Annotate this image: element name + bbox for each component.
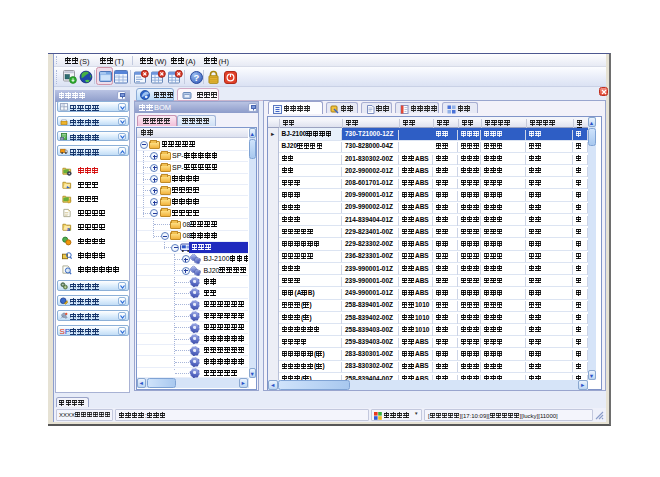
svg-text:?: ?: [193, 72, 199, 83]
